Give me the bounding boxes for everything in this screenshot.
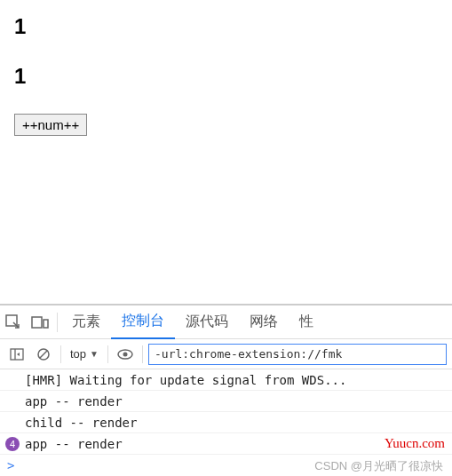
execution-context-selector[interactable]: top ▼ [67, 347, 102, 361]
tab-console[interactable]: 控制台 [111, 305, 175, 339]
svg-point-8 [123, 352, 127, 356]
console-toolbar: top ▼ -url:chrome-extension://fmk [0, 339, 452, 369]
separator [107, 345, 108, 363]
svg-rect-2 [44, 320, 48, 328]
inspect-icon[interactable] [0, 305, 27, 339]
tab-network[interactable]: 网络 [239, 305, 289, 339]
context-label: top [70, 347, 86, 361]
increment-button[interactable]: ++num++ [14, 114, 87, 136]
number-display-1: 1 [14, 14, 438, 39]
log-row[interactable]: [HMR] Waiting for update signal from WDS… [0, 369, 452, 391]
tab-performance[interactable]: 性 [289, 305, 324, 339]
chevron-down-icon: ▼ [90, 349, 99, 359]
log-row[interactable]: app -- render [0, 391, 452, 412]
devtools-panel: 元素 控制台 源代码 网络 性 top ▼ -url:chrome-extens… [0, 304, 452, 476]
tab-elements[interactable]: 元素 [61, 305, 111, 339]
separator [142, 345, 143, 363]
separator [60, 345, 61, 363]
separator [57, 313, 58, 332]
attribution-text: CSDN @月光晒了很凉快 [314, 458, 443, 474]
log-text: app -- render [25, 437, 123, 451]
svg-rect-1 [32, 317, 42, 328]
log-text: child -- render [25, 416, 137, 430]
device-toggle-icon[interactable] [27, 305, 53, 339]
tab-sources[interactable]: 源代码 [175, 305, 239, 339]
app-page: 1 1 ++num++ [0, 0, 452, 150]
prompt-symbol: > [7, 458, 14, 472]
watermark-text: Yuucn.com [385, 436, 445, 451]
clear-console-icon[interactable] [32, 343, 55, 366]
sidebar-toggle-icon[interactable] [5, 343, 28, 366]
log-text: app -- render [25, 394, 123, 409]
svg-line-6 [40, 351, 47, 358]
devtools-tabbar: 元素 控制台 源代码 网络 性 [0, 305, 452, 339]
log-text: [HMR] Waiting for update signal from WDS… [25, 373, 346, 387]
number-display-2: 1 [14, 64, 438, 89]
live-expression-icon[interactable] [114, 343, 137, 366]
log-row[interactable]: child -- render [0, 412, 452, 433]
repeat-count-badge: 4 [5, 437, 20, 451]
log-row[interactable]: 4 app -- render Yuucn.com [0, 433, 452, 455]
console-filter-input[interactable]: -url:chrome-extension://fmk [148, 344, 447, 365]
